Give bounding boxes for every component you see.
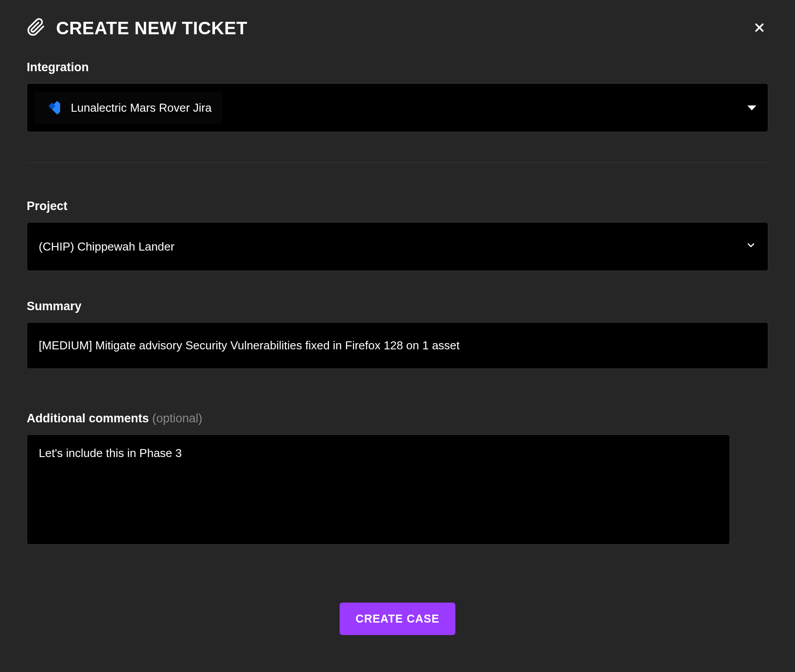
close-button[interactable] — [750, 19, 768, 37]
comments-section: Additional comments (optional) — [27, 412, 768, 545]
close-icon — [753, 21, 766, 36]
button-row: CREATE CASE — [27, 603, 768, 635]
summary-section: Summary [MEDIUM] Mitigate advisory Secur… — [27, 300, 768, 369]
project-section: Project (CHIP) Chippewah Lander — [27, 199, 768, 271]
summary-input[interactable]: [MEDIUM] Mitigate advisory Security Vuln… — [27, 322, 768, 369]
summary-label: Summary — [27, 300, 768, 313]
comments-textarea[interactable] — [39, 446, 718, 533]
project-selected-value: (CHIP) Chippewah Lander — [39, 240, 174, 254]
summary-value: [MEDIUM] Mitigate advisory Security Vuln… — [39, 339, 460, 352]
modal-title: CREATE NEW TICKET — [56, 18, 247, 38]
project-select[interactable]: (CHIP) Chippewah Lander — [27, 222, 768, 271]
caret-down-icon — [747, 105, 756, 110]
paperclip-icon — [27, 18, 45, 38]
integration-selected-value: Lunalectric Mars Rover Jira — [71, 101, 211, 115]
integration-selected-chip: Lunalectric Mars Rover Jira — [34, 92, 222, 124]
create-ticket-modal: CREATE NEW TICKET Integration Luna — [0, 0, 795, 672]
comments-label-text: Additional comments — [27, 412, 152, 425]
comments-textarea-wrap[interactable] — [27, 434, 730, 545]
modal-header: CREATE NEW TICKET — [27, 18, 768, 38]
integration-section: Integration Lunalectric Mars Rover Jira — [27, 61, 768, 132]
integration-label: Integration — [27, 61, 768, 74]
chevron-down-icon — [746, 240, 756, 254]
integration-select[interactable]: Lunalectric Mars Rover Jira — [27, 83, 768, 132]
header-left: CREATE NEW TICKET — [27, 18, 247, 38]
create-case-button[interactable]: CREATE CASE — [340, 603, 455, 635]
divider — [27, 162, 768, 163]
jira-icon — [41, 98, 60, 117]
comments-optional: (optional) — [152, 412, 203, 425]
project-label: Project — [27, 199, 768, 213]
comments-label: Additional comments (optional) — [27, 412, 768, 425]
